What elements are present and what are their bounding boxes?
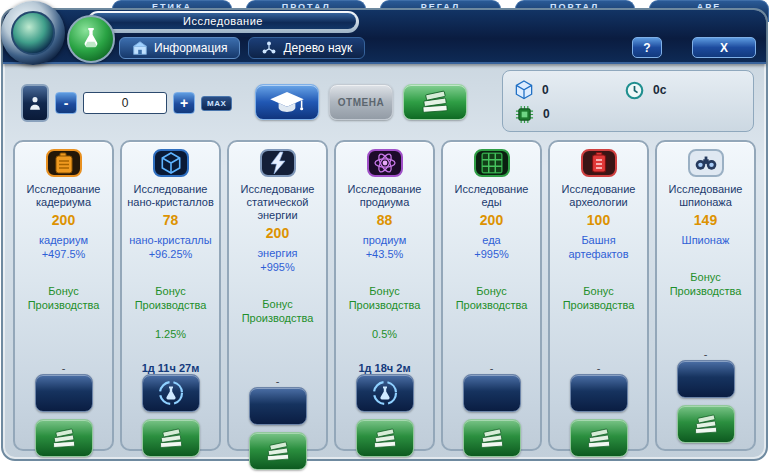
research-effect: Башня артефактов: [568, 233, 628, 261]
start-research-button[interactable]: [356, 419, 414, 457]
increase-button[interactable]: +: [173, 92, 195, 114]
bonus-value: [28, 327, 100, 341]
nano-icon: [153, 149, 189, 177]
cancel-button[interactable]: ОТМЕНА: [329, 84, 393, 120]
research-title: Исследование еды: [455, 183, 529, 209]
archaeology-icon: [581, 149, 617, 177]
research-effect: еда +995%: [474, 233, 509, 261]
research-in-progress-button[interactable]: [142, 374, 200, 412]
card-buttons: [463, 374, 521, 457]
start-research-button[interactable]: [570, 419, 628, 457]
clock-icon: [625, 81, 644, 100]
card-buttons: [249, 387, 307, 470]
chips-value: 0: [543, 107, 550, 121]
game-logo: [1, 1, 65, 65]
energy-icon: [260, 149, 296, 177]
research-slot-button[interactable]: [463, 374, 521, 412]
science-tree-icon: [261, 40, 277, 56]
bonus-value: 1.25%: [135, 327, 207, 341]
card-buttons: [677, 360, 735, 443]
help-button[interactable]: ?: [632, 37, 662, 58]
research-slot-button[interactable]: [570, 374, 628, 412]
prodium-icon: [367, 149, 403, 177]
research-effect: энергия +995%: [257, 246, 297, 274]
cube-icon: [515, 80, 533, 100]
start-research-button[interactable]: [249, 432, 307, 470]
espionage-icon: [688, 149, 724, 177]
resource-crystals: 0: [515, 80, 625, 100]
research-section-button[interactable]: [67, 15, 115, 63]
window-tabs: Информация Дерево наук: [119, 37, 365, 59]
bonus-label: Бонус Производства: [563, 284, 635, 312]
tab-science-tree[interactable]: Дерево наук: [248, 37, 365, 59]
research-card: Исследование шпионажа 149 Шпионаж Бонус …: [655, 140, 756, 451]
research-effect: продиум +43.5%: [363, 233, 406, 261]
bonus-label: Бонус Производства: [670, 270, 742, 298]
research-status: -: [597, 362, 601, 374]
books-icon: [157, 428, 185, 449]
research-cost: 100: [587, 212, 610, 228]
start-research-button[interactable]: [35, 419, 93, 457]
window-title-plate: Исследование: [87, 11, 359, 33]
research-title: Исследование кадериума: [27, 183, 101, 209]
research-cost: 149: [694, 212, 717, 228]
toolbar: - + MAX ОТМЕНА 0: [3, 64, 766, 142]
tab-science-tree-label: Дерево наук: [283, 41, 352, 55]
card-buttons: [35, 374, 93, 457]
research-cost: 78: [163, 212, 179, 228]
count-input[interactable]: [83, 92, 167, 114]
start-research-button[interactable]: [142, 419, 200, 457]
books-icon: [50, 428, 78, 449]
research-status: 1д 11ч 27м: [142, 362, 200, 374]
research-bonus: Бонус Производства: [563, 270, 635, 355]
bonus-label: Бонус Производства: [349, 284, 421, 312]
books-icon: [264, 441, 292, 462]
research-in-progress-button[interactable]: [356, 374, 414, 412]
research-status: -: [704, 348, 708, 360]
research-slot-button[interactable]: [249, 387, 307, 425]
research-status: -: [490, 362, 494, 374]
card-buttons: [142, 374, 200, 457]
time-value: 0с: [653, 83, 666, 97]
start-research-button[interactable]: [463, 419, 521, 457]
bonus-value: 0.5%: [349, 327, 421, 341]
tab-information-label: Информация: [154, 41, 227, 55]
window-title: Исследование: [90, 13, 356, 29]
start-research-button[interactable]: [677, 405, 735, 443]
page: ЕТИКАПРОТАЛРЕГАЛПОРТАЛАРЕ Исследование И…: [0, 0, 769, 474]
research-bonus: Бонус Производства: [242, 283, 314, 368]
research-title: Исследование археологии: [562, 183, 636, 209]
resource-time: 0с: [625, 81, 741, 100]
close-button[interactable]: X: [692, 37, 756, 58]
resource-panel: 0 0с 0: [502, 70, 754, 132]
research-window: Исследование Информация Дерево наук ? X: [1, 8, 768, 461]
research-cost: 200: [266, 225, 289, 241]
research-slot-button[interactable]: [35, 374, 93, 412]
cards-row: Исследование кадериума 200 кадериум +497…: [13, 140, 756, 451]
research-card: Исследование кадериума 200 кадериум +497…: [13, 140, 114, 451]
research-title: Исследование продиума: [348, 183, 422, 209]
food-icon: [474, 149, 510, 177]
kaderium-icon: [46, 149, 82, 177]
instant-complete-button[interactable]: [403, 84, 467, 120]
research-slot-button[interactable]: [677, 360, 735, 398]
bonus-value: [563, 327, 635, 341]
bonus-value: [670, 313, 742, 327]
window-header: Исследование Информация Дерево наук ? X: [3, 10, 766, 64]
scientists-button[interactable]: [21, 84, 49, 122]
books-icon: [585, 428, 613, 449]
research-title: Исследование нано-кристаллов: [127, 183, 214, 209]
chip-icon: [515, 105, 534, 124]
max-button[interactable]: MAX: [201, 96, 232, 111]
research-button[interactable]: [255, 84, 319, 120]
research-status: -: [62, 362, 66, 374]
decrease-button[interactable]: -: [55, 92, 77, 114]
books-icon: [478, 428, 506, 449]
research-title: Исследование шпионажа: [669, 183, 743, 209]
research-cost: 88: [377, 212, 393, 228]
research-card: Исследование статической энергии 200 эне…: [227, 140, 328, 451]
research-card: Исследование еды 200 еда +995% Бонус Про…: [441, 140, 542, 451]
tab-information[interactable]: Информация: [119, 37, 240, 59]
books-icon: [419, 90, 451, 114]
research-card: Исследование продиума 88 продиум +43.5% …: [334, 140, 435, 451]
